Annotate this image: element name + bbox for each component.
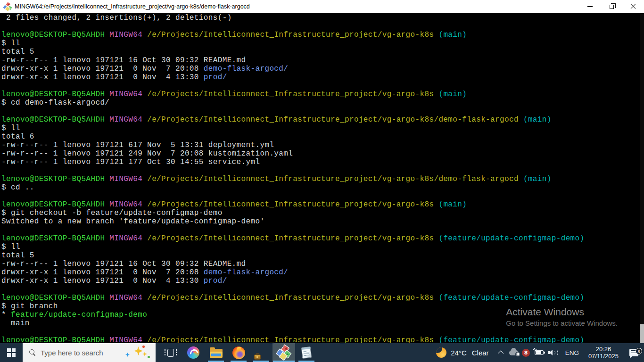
system-tray: 24°C Clear 8 ENG	[432, 343, 644, 362]
terminal-line: total 6	[1, 132, 644, 141]
briefcase-badge-icon	[254, 354, 261, 360]
taskbar: Type here to search	[0, 343, 644, 362]
terminal-line: lenovo@DESKTOP-BQ5AHDH MINGW64 /e/Projec…	[1, 31, 644, 39]
battery-charging-icon	[535, 350, 544, 355]
taskbar-item-firefox[interactable]	[227, 343, 250, 362]
taskbar-item-notepad[interactable]	[295, 343, 318, 362]
terminal-line	[1, 82, 644, 90]
terminal-line: * feature/update-configmap-demo	[1, 311, 644, 319]
terminal-line: -rw-r--r-- 1 lenovo 197121 16 Oct 30 09:…	[1, 260, 644, 268]
taskbar-item-edge[interactable]	[250, 343, 272, 362]
terminal-line: 2 files changed, 2 insertions(+), 2 dele…	[1, 14, 644, 22]
clear-night-moon-icon	[436, 347, 446, 358]
desktop-screen: MINGW64:/e/Projects/Intelliconnect_Infra…	[0, 0, 644, 362]
tray-onedrive[interactable]	[508, 350, 520, 355]
terminal-line: $ git branch	[1, 302, 644, 311]
terminal-titlebar: MINGW64:/e/Projects/Intelliconnect_Infra…	[0, 0, 644, 13]
terminal-line: lenovo@DESKTOP-BQ5AHDH MINGW64 /e/Projec…	[1, 336, 644, 343]
minimize-icon	[587, 6, 593, 7]
taskbar-item-git-bash[interactable]	[272, 343, 295, 362]
restore-button[interactable]	[601, 0, 622, 13]
restore-icon	[610, 5, 614, 9]
terminal-line: lenovo@DESKTOP-BQ5AHDH MINGW64 /e/Projec…	[1, 294, 644, 302]
terminal-scrollbar[interactable]	[640, 13, 644, 343]
copilot-sparkle-icon	[125, 346, 150, 360]
terminal-line	[1, 285, 644, 294]
edge-icon	[255, 346, 268, 359]
terminal-line	[1, 226, 644, 234]
terminal-line	[1, 166, 644, 175]
chevron-up-icon	[498, 350, 504, 356]
language-indicator[interactable]: ENG	[561, 349, 584, 356]
terminal-line	[1, 328, 644, 336]
clock-time: 20:26	[588, 346, 619, 353]
terminal-line: -rw-r--r-- 1 lenovo 197121 177 Oct 30 14…	[1, 158, 644, 166]
start-button[interactable]	[0, 343, 23, 362]
tray-overflow-button[interactable]	[495, 351, 508, 355]
msys2-app-icon	[3, 2, 13, 11]
action-center-button[interactable]: 8	[623, 349, 644, 356]
task-view-button[interactable]	[159, 343, 182, 362]
terminal-line: -rw-r--r-- 1 lenovo 197121 617 Nov 5 13:…	[1, 141, 644, 149]
terminal-line	[1, 107, 644, 115]
notification-badge: 8	[636, 348, 642, 354]
close-icon	[630, 4, 636, 9]
terminal-line: drwxr-xr-x 1 lenovo 197121 0 Nov 7 20:08…	[1, 65, 644, 73]
terminal-line: $ cd demo-flask-argocd/	[1, 99, 644, 107]
taskbar-item-copilot[interactable]	[182, 343, 205, 362]
onedrive-cloud-icon	[509, 350, 519, 355]
git-bash-msys2-icon	[276, 345, 291, 360]
terminal-line: lenovo@DESKTOP-BQ5AHDH MINGW64 /e/Projec…	[1, 115, 644, 124]
file-explorer-icon	[210, 348, 223, 358]
firefox-icon	[232, 346, 245, 359]
tray-volume[interactable]	[546, 349, 561, 356]
search-icon	[29, 349, 36, 356]
tray-red-app[interactable]: 8	[520, 349, 532, 357]
terminal-line: lenovo@DESKTOP-BQ5AHDH MINGW64 /e/Projec…	[1, 175, 644, 183]
search-placeholder: Type here to search	[41, 349, 103, 357]
terminal-line: lenovo@DESKTOP-BQ5AHDH MINGW64 /e/Projec…	[1, 234, 644, 243]
task-view-icon	[167, 349, 174, 357]
close-button[interactable]	[622, 0, 644, 13]
terminal-line: drwxr-xr-x 1 lenovo 197121 0 Nov 4 13:30…	[1, 277, 644, 285]
terminal-line: lenovo@DESKTOP-BQ5AHDH MINGW64 /e/Projec…	[1, 90, 644, 99]
notepad-icon	[301, 346, 312, 359]
copilot-icon	[187, 346, 199, 359]
terminal-line: main	[1, 319, 644, 328]
tray-battery[interactable]	[532, 350, 546, 355]
terminal-line: $ ll	[1, 39, 644, 48]
terminal-line: -rw-r--r-- 1 lenovo 197121 249 Nov 7 20:…	[1, 149, 644, 158]
windows-logo-icon	[7, 348, 16, 357]
scrollbar-thumb[interactable]	[640, 324, 644, 343]
terminal-line: -rw-r--r-- 1 lenovo 197121 16 Oct 30 09:…	[1, 56, 644, 65]
terminal-line: $ ll	[1, 243, 644, 251]
terminal-line: $ cd ..	[1, 183, 644, 192]
clock-widget[interactable]: 20:26 07/11/2025	[584, 346, 623, 360]
terminal-line: drwxr-xr-x 1 lenovo 197121 0 Nov 7 20:08…	[1, 268, 644, 277]
terminal-line	[1, 22, 644, 31]
red-circle-icon: 8	[522, 349, 530, 357]
search-input[interactable]: Type here to search	[23, 343, 156, 362]
terminal-line: lenovo@DESKTOP-BQ5AHDH MINGW64 /e/Projec…	[1, 200, 644, 209]
terminal-line: $ git checkout -b feature/update-configm…	[1, 209, 644, 217]
clock-date: 07/11/2025	[588, 353, 619, 360]
terminal-line: total 5	[1, 251, 644, 260]
terminal-line: $ ll	[1, 124, 644, 132]
terminal-line: Switched to a new branch 'feature/update…	[1, 217, 644, 226]
terminal-line	[1, 192, 644, 200]
weather-temperature: 24°C	[451, 349, 467, 357]
speaker-icon	[548, 349, 559, 356]
weather-widget[interactable]: 24°C Clear	[432, 347, 495, 358]
minimize-button[interactable]	[579, 0, 601, 13]
terminal-output[interactable]: 2 files changed, 2 insertions(+), 2 dele…	[0, 13, 644, 343]
terminal-line: total 5	[1, 48, 644, 56]
weather-condition: Clear	[472, 349, 489, 357]
taskbar-item-file-explorer[interactable]	[205, 343, 227, 362]
terminal-line: drwxr-xr-x 1 lenovo 197121 0 Nov 4 13:30…	[1, 73, 644, 82]
window-title: MINGW64:/e/Projects/Intelliconnect_Infra…	[15, 3, 250, 10]
